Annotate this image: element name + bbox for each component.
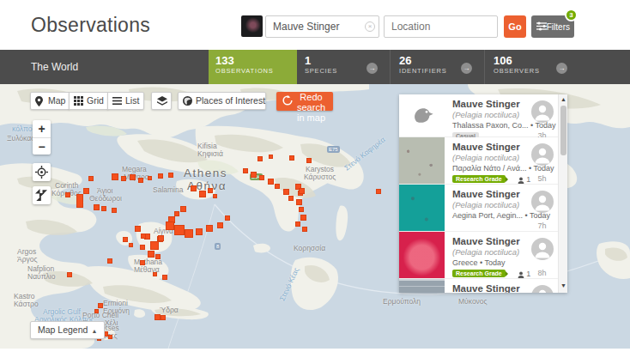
observation-item[interactable]: Mauve Stinger (Pelagia noctiluca) Παραλί… xyxy=(399,137,567,185)
stat-observations[interactable]: 133 OBSERVATIONS xyxy=(209,50,297,84)
observation-map-marker[interactable] xyxy=(306,158,312,163)
observation-item[interactable]: Mauve Stinger (Pelagia noctiluca) Greece… xyxy=(399,232,567,279)
zoom-out-button[interactable]: − xyxy=(33,137,51,155)
observation-map-marker[interactable] xyxy=(257,156,263,161)
observation-map-marker[interactable] xyxy=(101,206,106,211)
observation-map-marker[interactable] xyxy=(112,208,117,213)
observation-map-marker[interactable] xyxy=(153,272,157,276)
observer-avatar[interactable] xyxy=(531,191,554,213)
go-button[interactable]: Go xyxy=(504,15,526,38)
list-view-button[interactable]: List xyxy=(107,92,144,110)
observation-item[interactable]: Mauve Stinger xyxy=(399,279,567,293)
observation-map-marker[interactable] xyxy=(191,185,197,191)
observation-map-marker[interactable] xyxy=(213,194,217,198)
observation-map-marker[interactable] xyxy=(185,229,193,238)
observation-map-marker[interactable] xyxy=(154,314,161,320)
observation-map-marker[interactable] xyxy=(217,222,223,228)
taxon-thumbnail[interactable] xyxy=(241,15,263,37)
places-of-interest-button[interactable]: Places of Interest xyxy=(178,92,266,110)
locate-button[interactable] xyxy=(33,163,51,181)
observation-map-marker[interactable] xyxy=(251,172,257,178)
observation-map-marker[interactable] xyxy=(141,234,146,239)
observation-map-marker[interactable] xyxy=(83,188,89,194)
observation-map-marker[interactable] xyxy=(162,275,167,280)
observer-avatar[interactable] xyxy=(531,100,554,123)
observation-map-marker[interactable] xyxy=(295,221,300,227)
observation-map-marker[interactable] xyxy=(108,335,112,339)
species-arrow-icon[interactable]: → xyxy=(366,63,378,74)
map-legend-button[interactable]: Map Legend▲ xyxy=(30,321,105,339)
observation-map-marker[interactable] xyxy=(275,184,280,189)
observation-map-marker[interactable] xyxy=(158,173,163,179)
observer-avatar[interactable] xyxy=(531,238,554,260)
observation-map-marker[interactable] xyxy=(65,192,70,197)
observation-map-marker[interactable] xyxy=(168,173,173,178)
observation-map-marker[interactable] xyxy=(138,178,143,183)
observation-map-marker[interactable] xyxy=(112,173,118,180)
observation-map-marker[interactable] xyxy=(130,174,136,180)
observation-map-marker[interactable] xyxy=(135,226,141,232)
grid-view-button[interactable]: Grid xyxy=(69,92,108,110)
observation-map-marker[interactable] xyxy=(196,228,203,235)
clear-search-icon[interactable]: × xyxy=(365,21,375,32)
observation-map-marker[interactable] xyxy=(174,225,185,235)
species-search-input[interactable] xyxy=(265,15,379,38)
observation-map-marker[interactable] xyxy=(166,221,174,230)
observation-map-marker[interactable] xyxy=(88,176,94,181)
observation-map-marker[interactable] xyxy=(161,315,166,320)
observation-map-marker[interactable] xyxy=(268,179,274,185)
observation-map-marker[interactable] xyxy=(129,243,133,247)
observation-map-marker[interactable] xyxy=(148,251,154,258)
observation-map-marker[interactable] xyxy=(289,155,294,161)
observation-map-marker[interactable] xyxy=(123,237,128,242)
zoom-in-button[interactable]: + xyxy=(33,120,51,137)
fullscreen-button[interactable] xyxy=(33,186,51,204)
stat-species[interactable]: 1 SPECIES → xyxy=(305,50,391,84)
location-input[interactable] xyxy=(384,15,498,38)
observation-map-marker[interactable] xyxy=(94,309,99,313)
observation-map-marker[interactable] xyxy=(76,194,83,208)
observation-map-marker[interactable] xyxy=(299,188,305,194)
observation-map-marker[interactable] xyxy=(94,204,100,210)
observers-arrow-icon[interactable]: → xyxy=(556,63,567,74)
observation-map-marker[interactable] xyxy=(243,168,248,173)
observation-map-marker[interactable] xyxy=(140,260,145,265)
layers-button[interactable] xyxy=(151,92,172,110)
observation-item[interactable]: Mauve Stinger (Pelagia noctiluca) Aegina… xyxy=(399,185,567,232)
observation-map-marker[interactable] xyxy=(158,235,164,241)
observer-avatar[interactable] xyxy=(531,285,554,293)
observation-map-marker[interactable] xyxy=(259,175,264,180)
observation-map-marker[interactable] xyxy=(67,272,72,277)
observation-map-marker[interactable] xyxy=(300,215,306,221)
observation-map-marker[interactable] xyxy=(208,188,213,193)
observation-map-marker[interactable] xyxy=(121,176,126,181)
observation-map-marker[interactable] xyxy=(150,241,159,250)
observation-map-marker[interactable] xyxy=(140,245,145,250)
observation-map-marker[interactable] xyxy=(269,155,273,159)
stat-observers[interactable]: 106 OBSERVERS → xyxy=(494,50,588,84)
observation-map-marker[interactable] xyxy=(206,225,213,232)
stat-identifiers[interactable]: 26 IDENTIFIERS → xyxy=(399,50,485,84)
scroll-down-icon[interactable]: ▼ xyxy=(559,281,567,291)
observation-map-marker[interactable] xyxy=(302,227,307,232)
observation-map-marker[interactable] xyxy=(148,176,152,180)
observation-map-marker[interactable] xyxy=(376,189,381,194)
observation-map-marker[interactable] xyxy=(107,258,112,264)
observation-map-marker[interactable] xyxy=(199,191,206,197)
observation-map-marker[interactable] xyxy=(299,207,304,212)
scroll-up-icon[interactable]: ▲ xyxy=(559,94,567,105)
observation-map-marker[interactable] xyxy=(98,303,103,308)
redo-search-button[interactable]: Redo search in map xyxy=(276,92,333,111)
map[interactable]: AthensΑθήναKifisiaΚηφισιάMegaraΜέγαραCor… xyxy=(0,84,630,349)
map-view-button[interactable]: Map xyxy=(30,92,70,110)
observer-avatar[interactable] xyxy=(531,143,554,166)
identifiers-arrow-icon[interactable]: → xyxy=(461,63,472,74)
panel-scrollbar[interactable]: ▲ ▼ xyxy=(558,94,567,293)
observation-map-marker[interactable] xyxy=(180,206,186,212)
observation-map-marker[interactable] xyxy=(155,254,161,259)
observation-item[interactable]: Mauve Stinger (Pelagia noctiluca) Thalas… xyxy=(399,94,567,137)
observation-map-marker[interactable] xyxy=(296,199,302,205)
observation-map-marker[interactable] xyxy=(288,196,294,201)
observation-map-marker[interactable] xyxy=(225,215,230,221)
observation-map-marker[interactable] xyxy=(283,189,289,195)
